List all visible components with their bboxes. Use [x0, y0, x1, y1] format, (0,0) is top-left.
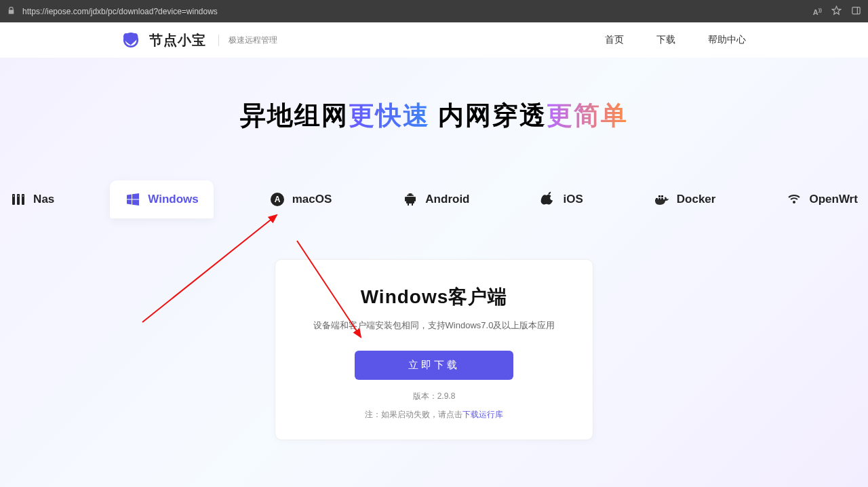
- platform-tabs: Nas Windows A macOS Android iOS: [0, 180, 868, 218]
- sidebar-icon[interactable]: [851, 5, 861, 18]
- note-line: 注：如果启动失败，请点击下载运行库: [296, 409, 572, 421]
- favorite-icon[interactable]: [831, 5, 842, 18]
- version-line: 版本：2.9.8: [296, 391, 572, 402]
- url-text[interactable]: https://iepose.com/jdxb/pc/download?devi…: [22, 7, 813, 16]
- svg-point-15: [793, 201, 795, 203]
- windows-icon: [125, 191, 141, 208]
- tab-openwrt[interactable]: OpenWrt: [771, 180, 868, 218]
- headline-part2: 内网穿透: [430, 101, 547, 130]
- logo-icon: [122, 31, 140, 49]
- svg-point-5: [13, 195, 14, 197]
- macos-icon: A: [269, 191, 285, 208]
- tab-label: Windows: [148, 193, 198, 206]
- nav-download[interactable]: 下载: [656, 34, 675, 46]
- site-header: 节点小宝 极速远程管理 首页 下载 帮助中心: [0, 22, 868, 58]
- nav-home[interactable]: 首页: [605, 34, 624, 46]
- lock-icon: [7, 6, 16, 17]
- tab-label: macOS: [292, 193, 332, 206]
- headline-part1: 异地组网: [240, 101, 349, 130]
- tab-label: Docker: [677, 193, 716, 206]
- svg-rect-13: [658, 195, 660, 197]
- tab-macos[interactable]: A macOS: [254, 180, 347, 218]
- top-nav: 首页 下载 帮助中心: [605, 34, 746, 46]
- tab-label: Android: [425, 193, 469, 206]
- version-label: 版本：: [413, 391, 437, 401]
- svg-point-6: [18, 195, 19, 197]
- tab-nas[interactable]: Nas: [0, 180, 69, 218]
- svg-text:A: A: [274, 195, 280, 204]
- svg-point-7: [22, 195, 24, 197]
- card-title: Windows客户端: [296, 284, 572, 310]
- download-button[interactable]: 立即下载: [355, 351, 513, 380]
- browser-address-bar: https://iepose.com/jdxb/pc/download?devi…: [0, 0, 868, 22]
- tab-label: OpenWrt: [809, 193, 857, 206]
- openwrt-icon: [786, 191, 802, 208]
- brand-name: 节点小宝: [149, 31, 206, 50]
- headline-accent2: 更简单: [547, 101, 628, 130]
- note-prefix: 注：如果启动失败，请点击: [365, 410, 462, 419]
- svg-line-16: [142, 215, 277, 322]
- tab-docker[interactable]: Docker: [639, 180, 731, 218]
- svg-rect-0: [852, 7, 860, 14]
- apple-icon: [540, 191, 557, 208]
- tab-android[interactable]: Android: [387, 180, 484, 218]
- download-card: Windows客户端 设备端和客户端安装包相同，支持Windows7.0及以上版…: [275, 259, 593, 440]
- tab-label: iOS: [564, 193, 583, 206]
- android-icon: [402, 191, 418, 208]
- hero-headline: 异地组网更快速 内网穿透更简单: [0, 58, 868, 133]
- nas-icon: [10, 191, 26, 208]
- tab-label: Nas: [33, 193, 54, 206]
- version-value: 2.9.8: [437, 391, 456, 401]
- tab-windows[interactable]: Windows: [110, 180, 213, 218]
- headline-accent1: 更快速: [349, 101, 430, 130]
- read-aloud-icon[interactable]: A)): [813, 7, 822, 16]
- brand-tagline: 极速远程管理: [218, 35, 277, 46]
- nav-help[interactable]: 帮助中心: [708, 34, 746, 46]
- card-desc: 设备端和客户端安装包相同，支持Windows7.0及以上版本应用: [296, 319, 572, 332]
- runtime-download-link[interactable]: 下载运行库: [462, 410, 503, 419]
- svg-rect-14: [661, 195, 663, 197]
- docker-icon: [654, 191, 670, 208]
- tab-ios[interactable]: iOS: [526, 180, 598, 218]
